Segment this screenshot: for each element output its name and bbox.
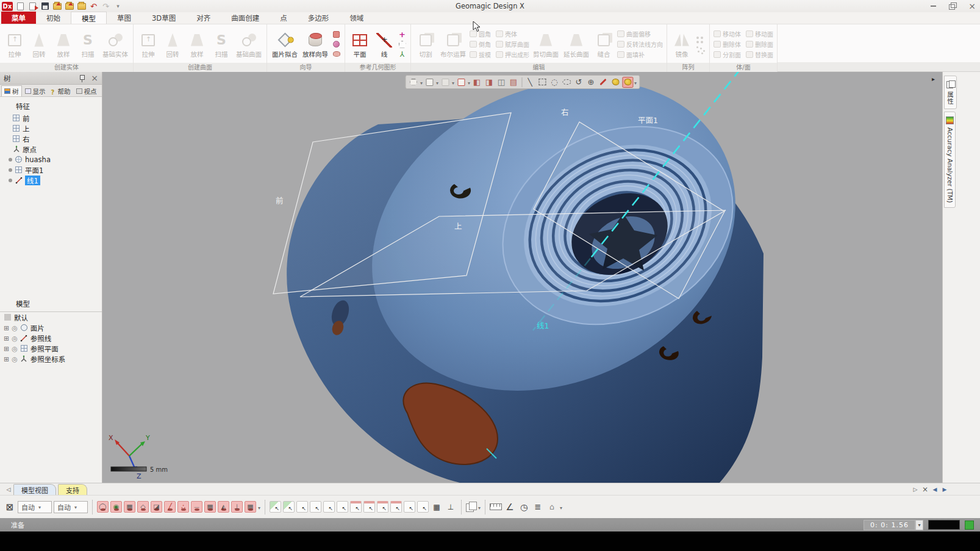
viewport-3d-canvas[interactable]: 右 平面1 前 上 线1 X Y Z [102,72,942,483]
select-mode-body[interactable] [296,501,308,513]
select-mode-edge[interactable] [363,501,375,513]
fill-face-button[interactable]: 面填补 [617,50,663,59]
section-view-icon[interactable] [471,77,482,88]
delete-body-button[interactable]: 删除体 [714,40,741,49]
select-mode-vertex[interactable] [350,501,362,513]
tree-item-top-plane[interactable]: 上 [0,123,102,133]
hide-surface-toggle[interactable] [218,501,229,513]
panel-tab-help[interactable]: 帮助 [49,85,73,96]
panel-tab-tree[interactable]: 树 [1,85,22,96]
tab-scroll-left-icon[interactable] [4,485,13,494]
revolve-surface-button[interactable]: 回转 [162,30,184,59]
mirror-button[interactable]: 镜像 [671,30,693,59]
tab-sketch[interactable]: 草图 [107,12,141,24]
auto-select-dropdown-1[interactable]: 自动 [18,501,52,513]
viewport-expand-icon[interactable] [932,76,935,82]
tab-scroll-right-icon[interactable] [910,485,920,494]
paint-select-icon[interactable] [598,77,609,88]
visibility-eye-icon[interactable] [12,324,18,332]
region-display-mode-icon[interactable] [440,77,451,88]
circle-select-icon[interactable] [549,77,560,88]
reverse-normal-button[interactable]: 反转法线方向 [617,40,663,49]
prev-view-icon[interactable] [930,485,940,494]
move-body-button[interactable]: 移动体 [714,29,741,38]
replace-face-button[interactable]: 替换面 [746,50,773,59]
hide-plane-toggle[interactable] [204,501,216,513]
tab-menu[interactable]: 菜单 [1,12,36,24]
tree-item-reference-planes[interactable]: 参照平面 [0,343,102,354]
body-display-mode-icon[interactable] [424,77,435,88]
selection-filter-icon[interactable] [4,501,16,513]
expand-icon[interactable] [4,355,9,363]
select-mode-grid-icon[interactable] [431,501,443,513]
open-file-icon[interactable] [52,2,62,10]
smart-select-icon[interactable] [585,77,596,88]
sweep-wizard-icon[interactable] [332,50,341,58]
redo-icon[interactable] [101,2,110,10]
select-mode-region[interactable] [337,501,348,513]
sweep-surface-button[interactable]: 扫描 [210,30,232,59]
extrude-surface-button[interactable]: 拉伸 [137,30,159,59]
tab-close-icon[interactable] [920,485,930,494]
tree-item-mesh-group[interactable]: 面片 [0,322,102,333]
save-icon[interactable] [40,2,49,10]
hide-solid-toggle[interactable] [151,501,162,513]
mesh-display-mode-icon[interactable] [408,77,419,88]
loft-wizard-button[interactable]: 放样向导 [301,30,329,59]
dropdown-caret[interactable] [420,78,423,87]
tree-item-reference-coordinates[interactable]: 参照坐标系 [0,354,102,364]
panel-close-icon[interactable] [91,73,98,83]
emboss-button[interactable]: 押出成形 [496,50,529,59]
dropdown-caret[interactable] [468,78,470,87]
move-face-button[interactable]: 移动面 [746,29,773,38]
visibility-eye-icon[interactable] [12,334,18,343]
visibility-eye-icon[interactable] [12,344,18,353]
app-logo[interactable]: Dx [2,2,13,11]
add-section-icon[interactable] [508,77,519,88]
expand-icon[interactable] [4,334,9,343]
tab-model[interactable]: 模型 [71,12,107,24]
select-mode-face[interactable] [310,501,321,513]
base-solid-button[interactable]: 基础实体 [101,30,129,59]
reference-coordinate-icon[interactable] [398,50,407,58]
select-mode-tripod-icon[interactable] [445,501,457,513]
loft-solid-button[interactable]: 放样 [52,30,74,59]
rectangle-select-icon[interactable] [537,77,548,88]
export-file-icon[interactable] [65,2,74,10]
tree-item-plane1[interactable]: 平面1 [0,165,102,175]
visibility-dropdown-caret[interactable] [258,503,260,511]
undo-icon[interactable] [89,2,98,10]
panel-tab-viewpoint[interactable]: 视点 [74,85,99,96]
measure-mesh-icon[interactable] [546,501,558,513]
hide-body-toggle[interactable] [97,501,109,513]
select-mode-curve[interactable] [390,501,402,513]
auto-select-dropdown-2[interactable]: 自动 [54,501,88,513]
extrude-solid-button[interactable]: 拉伸 [4,30,26,59]
split-face-button[interactable]: 分割面 [714,50,741,59]
tree-item-origin[interactable]: 原点 [0,144,102,154]
dropdown-caret[interactable] [452,78,454,87]
loft-surface-button[interactable]: 放样 [186,30,208,59]
fillet-button[interactable]: 圆角 [470,29,491,38]
sweep-solid-button[interactable]: 扫描 [77,30,99,59]
base-surface-button[interactable]: 基础曲面 [235,30,263,59]
panel-tab-display[interactable]: 显示 [23,85,48,96]
hide-point-toggle[interactable] [177,501,189,513]
section-plane-icon[interactable] [484,77,495,88]
tab-points[interactable]: 点 [270,12,298,24]
thicken-surface-button[interactable]: 赋厚曲面 [496,40,529,49]
hide-line-toggle[interactable] [191,501,202,513]
reference-point-icon[interactable] [398,30,407,38]
tree-item-mesh-huasha[interactable]: huasha [0,154,102,165]
copy-dropdown-caret[interactable] [478,503,481,511]
measure-angle-icon[interactable] [504,501,516,513]
visibility-eye-icon[interactable] [12,355,18,363]
next-view-icon[interactable] [940,485,950,494]
open-recent-icon[interactable] [77,2,86,10]
select-mode-mesh[interactable] [323,501,335,513]
tree-item-default[interactable]: 默认 [0,312,102,322]
line-select-icon[interactable] [524,77,535,88]
select-mode-visible[interactable] [283,501,295,513]
measure-radius-icon[interactable] [518,501,530,513]
minimize-button[interactable] [929,2,937,10]
